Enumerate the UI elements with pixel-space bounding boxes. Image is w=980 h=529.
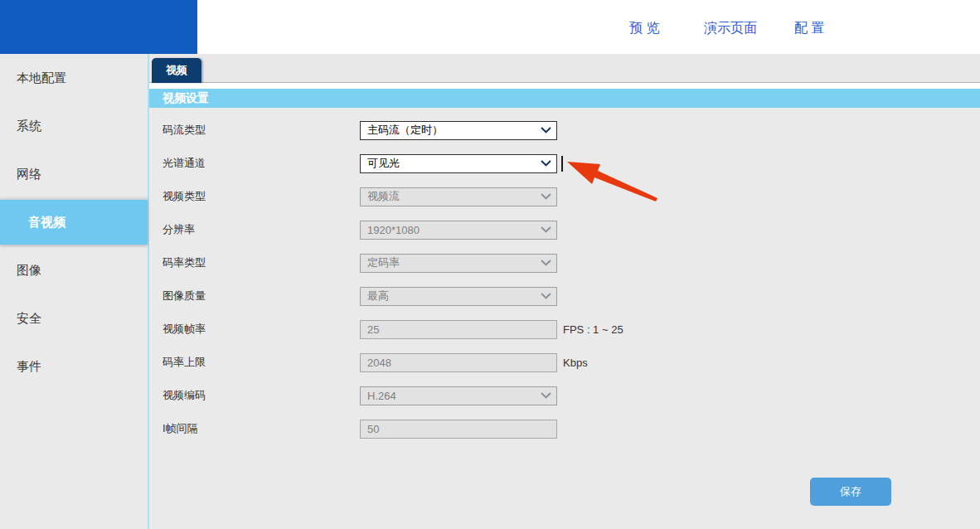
form-row-frame-rate: 视频帧率 FPS : 1 ~ 25 [149, 313, 980, 346]
video-encoding-select: H.264 [360, 386, 557, 405]
stream-type-select[interactable]: 主码流（定时） [360, 121, 557, 140]
form-row-image-quality: 图像质量 最高 [149, 279, 980, 313]
sidebar-item-system[interactable]: 系统 [0, 102, 148, 150]
resolution-select: 1920*1080 [360, 221, 557, 240]
nav-config-link[interactable]: 配 置 [794, 20, 824, 37]
form-row-iframe-interval: I帧间隔 [149, 412, 980, 445]
max-bitrate-label: 码率上限 [163, 355, 360, 370]
sidebar-item-image[interactable]: 图像 [0, 246, 148, 294]
video-type-label: 视频类型 [163, 189, 360, 204]
video-encoding-value: H.264 [367, 390, 396, 402]
chevron-down-icon [541, 193, 551, 200]
tab-bar: 视频 [149, 54, 980, 83]
sidebar-item-security[interactable]: 安全 [0, 294, 148, 342]
bitrate-type-label: 码率类型 [163, 255, 360, 270]
spectrum-channel-label: 光谱通道 [163, 156, 360, 171]
video-type-value: 视频流 [367, 189, 400, 204]
resolution-value: 1920*1080 [367, 224, 420, 236]
video-settings-form: 码流类型 主码流（定时） 光谱通道 可见光 视频类型 视频流 [149, 108, 980, 445]
max-bitrate-unit: Kbps [563, 357, 588, 369]
iframe-interval-label: I帧间隔 [163, 421, 360, 436]
save-button[interactable]: 保存 [810, 478, 891, 506]
top-bar: 预 览 演示页面 配 置 [0, 0, 980, 54]
video-type-select: 视频流 [360, 187, 557, 206]
form-row-stream-type: 码流类型 主码流（定时） [149, 114, 980, 147]
max-bitrate-input [360, 353, 557, 372]
chevron-down-icon [541, 160, 551, 167]
chevron-down-icon [541, 226, 551, 233]
sidebar-item-local-config[interactable]: 本地配置 [0, 54, 148, 102]
sidebar: 本地配置 系统 网络 音视频 图像 安全 事件 [0, 54, 149, 529]
frame-rate-label: 视频帧率 [163, 322, 360, 337]
frame-rate-input [360, 320, 557, 339]
section-title: 视频设置 [149, 89, 980, 108]
iframe-interval-input [360, 420, 557, 439]
tab-video[interactable]: 视频 [152, 58, 201, 83]
text-caret [561, 156, 563, 172]
resolution-label: 分辨率 [163, 222, 360, 237]
nav-preview-link[interactable]: 预 览 [629, 20, 659, 37]
chevron-down-icon [541, 392, 551, 399]
brand-logo [0, 0, 197, 54]
video-encoding-label: 视频编码 [163, 388, 360, 403]
form-row-spectrum-channel: 光谱通道 可见光 [149, 147, 980, 180]
stream-type-label: 码流类型 [163, 123, 360, 138]
form-row-video-type: 视频类型 视频流 [149, 180, 980, 213]
spectrum-channel-select[interactable]: 可见光 [360, 154, 557, 173]
sidebar-item-network[interactable]: 网络 [0, 150, 148, 198]
sidebar-item-event[interactable]: 事件 [0, 342, 148, 391]
camera-config-page: { "header": { "nav": { "preview": "预 览",… [0, 0, 980, 529]
spectrum-channel-value: 可见光 [367, 156, 400, 171]
form-row-resolution: 分辨率 1920*1080 [149, 213, 980, 246]
form-row-bitrate-type: 码率类型 定码率 [149, 246, 980, 279]
image-quality-select: 最高 [360, 287, 557, 306]
chevron-down-icon [541, 260, 551, 266]
form-row-video-encoding: 视频编码 H.264 [149, 379, 980, 412]
form-row-max-bitrate: 码率上限 Kbps [149, 346, 980, 379]
chevron-down-icon [541, 293, 551, 299]
sidebar-item-audio-video[interactable]: 音视频 [0, 200, 148, 245]
main-content: 视频 视频设置 码流类型 主码流（定时） 光谱通道 可见光 视频类型 [149, 54, 980, 529]
image-quality-label: 图像质量 [163, 289, 360, 303]
nav-demo-page-link[interactable]: 演示页面 [704, 20, 757, 37]
bitrate-type-value: 定码率 [367, 255, 400, 270]
stream-type-value: 主码流（定时） [367, 123, 443, 138]
tab-bar-divider [149, 83, 980, 89]
image-quality-value: 最高 [367, 289, 389, 303]
chevron-down-icon [541, 127, 551, 133]
frame-rate-hint: FPS : 1 ~ 25 [563, 323, 623, 336]
bitrate-type-select: 定码率 [360, 254, 557, 273]
